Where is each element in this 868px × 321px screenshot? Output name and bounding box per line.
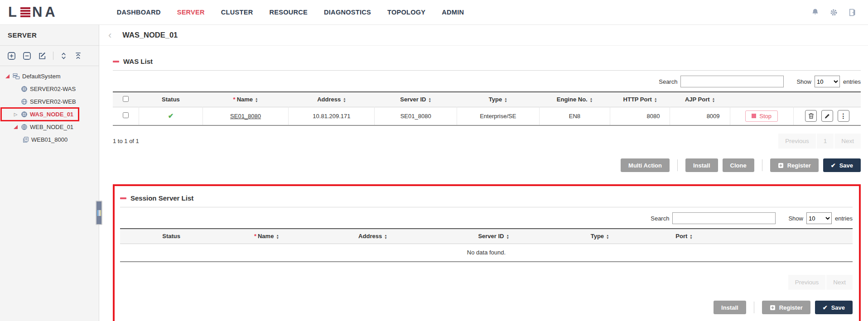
was-list-section: WAS List Search Show 10 entries [113, 57, 861, 172]
was-table-header-row: Status *Name▲▼ Address▲▼ Server ID▲▼ Typ… [113, 92, 861, 107]
tree-item-server02-web[interactable]: SERVER02-WEB [2, 96, 97, 107]
was-page-size-select[interactable]: 10 [815, 76, 840, 87]
col-port[interactable]: Port▲▼ [647, 229, 721, 244]
session-pagination: Previous Next [787, 275, 853, 290]
add-node-button[interactable] [7, 51, 16, 61]
required-marker: * [254, 233, 256, 240]
col-engine-no[interactable]: Engine No.▲▼ [539, 92, 610, 107]
session-register-button[interactable]: Register [762, 301, 810, 314]
tree-item-web-node-01[interactable]: WEB_NODE_01 [2, 121, 97, 133]
logout-icon[interactable] [849, 9, 855, 16]
multi-action-button[interactable]: Multi Action [621, 158, 670, 172]
name-cell: SE01_8080 [203, 107, 289, 125]
tree-item-defaultsystem[interactable]: DefaultSystem [2, 71, 97, 82]
row-checkbox[interactable] [123, 112, 129, 118]
gear-icon[interactable] [830, 9, 838, 16]
session-search-input[interactable] [672, 212, 776, 224]
plus-square-icon [770, 305, 776, 311]
sort-icon: ▲▼ [343, 97, 346, 102]
expand-all-button[interactable] [59, 52, 68, 60]
nav-diagnostics[interactable]: DIAGNOSTICS [324, 9, 371, 16]
tree-item-server02-was[interactable]: SERVER02-WAS [2, 83, 97, 95]
tree-item-was-node-01[interactable]: ▷ WAS_NODE_01 [2, 109, 78, 120]
col-address[interactable]: Address▲▼ [310, 229, 435, 244]
tree-item-label: WEB01_8000 [31, 136, 68, 143]
main-panel: ‹ WAS_NODE_01 WAS List Search Show 10 en… [99, 25, 868, 321]
expander-collapsed-icon[interactable]: ▷ [13, 112, 19, 117]
col-server-id[interactable]: Server ID▲▼ [435, 229, 552, 244]
sidebar-splitter-handle[interactable] [96, 201, 102, 225]
server-tree: DefaultSystem SERVER02-WAS SERVER02-WEB … [0, 66, 99, 151]
was-mesh-icon [21, 111, 28, 118]
more-actions-button[interactable]: ⋮ [838, 110, 849, 122]
check-icon: ✔ [823, 304, 828, 311]
register-button[interactable]: Register [770, 158, 819, 172]
session-install-button[interactable]: Install [714, 301, 746, 314]
session-save-button[interactable]: ✔ Save [815, 301, 853, 314]
next-button[interactable]: Next [826, 275, 853, 290]
globe-icon [21, 98, 28, 105]
page-number-button[interactable]: 1 [817, 134, 834, 149]
stop-button[interactable]: Stop [745, 110, 778, 122]
session-list-header: Session Server List [120, 194, 853, 207]
next-button[interactable]: Next [834, 134, 861, 149]
nav-cluster[interactable]: CLUSTER [221, 9, 253, 16]
col-name[interactable]: *Name▲▼ [203, 92, 289, 107]
was-search-input[interactable] [680, 76, 784, 87]
sort-icon: ▲▼ [690, 234, 692, 239]
col-status: Status [120, 229, 222, 244]
select-all-checkbox[interactable] [123, 96, 129, 102]
expander-expanded-icon[interactable] [5, 74, 10, 78]
collapse-panel-chevron-icon[interactable]: ‹ [108, 31, 111, 40]
nav-topology[interactable]: TOPOLOGY [387, 9, 425, 16]
sort-icon: ▲▼ [384, 234, 387, 239]
install-button[interactable]: Install [685, 158, 718, 172]
tree-item-web01-8000[interactable]: WEB01_8000 [2, 134, 97, 145]
nav-admin[interactable]: ADMIN [442, 9, 464, 16]
tree-toolbar [0, 46, 99, 66]
collapse-all-button[interactable] [74, 52, 82, 60]
previous-button[interactable]: Previous [788, 275, 826, 290]
nav-dashboard[interactable]: DASHBOARD [117, 9, 161, 16]
button-divider [762, 159, 762, 171]
sort-icon: ▲▼ [654, 97, 657, 102]
remove-node-button[interactable] [22, 51, 32, 61]
main-nav: DASHBOARD SERVER CLUSTER RESOURCE DIAGNO… [117, 9, 464, 16]
ajp-port-cell: 8009 [670, 107, 730, 125]
edit-node-button[interactable] [38, 51, 47, 61]
col-type[interactable]: Type▲▼ [457, 92, 539, 107]
server-name-link[interactable]: SE01_8080 [230, 113, 261, 120]
top-bar: L NA DASHBOARD SERVER CLUSTER RESOURCE D… [0, 0, 868, 25]
tree-item-label: DefaultSystem [22, 73, 61, 80]
col-address[interactable]: Address▲▼ [289, 92, 375, 107]
logo-letters-na: NA [32, 4, 58, 20]
previous-button[interactable]: Previous [778, 134, 816, 149]
sort-icon: ▲▼ [255, 97, 258, 102]
col-server-id[interactable]: Server ID▲▼ [375, 92, 457, 107]
save-button[interactable]: ✔ Save [823, 158, 861, 172]
tree-item-label: SERVER02-WEB [30, 98, 76, 105]
edit-button[interactable] [821, 110, 833, 122]
expander-expanded-icon[interactable] [13, 125, 19, 129]
clone-button[interactable]: Clone [723, 158, 754, 172]
server-sidebar: SERVER D [0, 25, 99, 321]
was-actions-row: Multi Action Install Clone Register ✔ Sa… [113, 158, 861, 172]
session-table-controls: Search Show 10 entries [120, 212, 853, 224]
search-label: Search [659, 78, 677, 85]
sidebar-title: SERVER [0, 25, 99, 46]
col-type[interactable]: Type▲▼ [552, 229, 647, 244]
was-mesh-icon [21, 86, 28, 92]
col-http-port[interactable]: HTTP Port▲▼ [610, 92, 670, 107]
nav-resource[interactable]: RESOURCE [269, 9, 308, 16]
delete-button[interactable] [805, 110, 817, 122]
row-checkbox-cell [113, 107, 139, 125]
session-server-list-section: Session Server List Search Show 10 entri… [120, 194, 853, 314]
col-name[interactable]: *Name▲▼ [222, 229, 310, 244]
session-page-size-select[interactable]: 10 [806, 212, 832, 224]
nav-server[interactable]: SERVER [177, 9, 205, 16]
toolbar-divider [53, 52, 53, 60]
bell-icon[interactable] [811, 8, 819, 16]
content-area: WAS List Search Show 10 entries [99, 57, 868, 321]
col-ajp-port[interactable]: AJP Port▲▼ [670, 92, 730, 107]
sort-icon: ▲▼ [276, 234, 279, 239]
